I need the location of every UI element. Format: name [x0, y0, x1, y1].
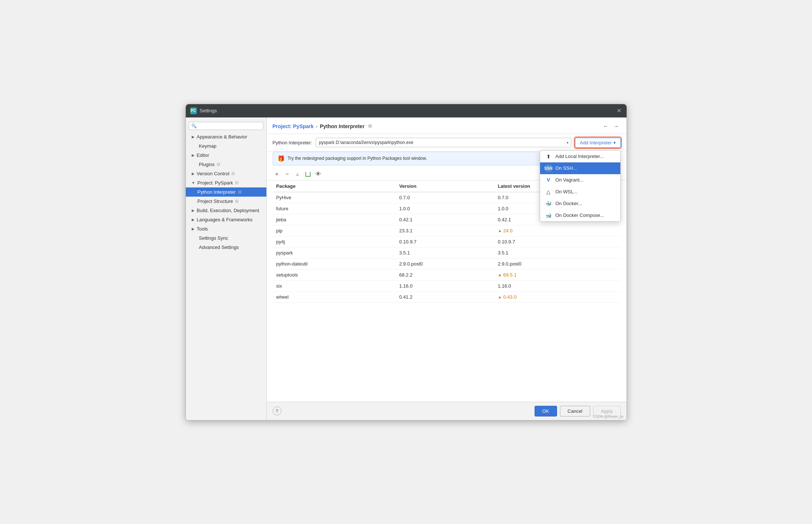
- dropdown-item-on-wsl[interactable]: △ On WSL...: [540, 186, 620, 198]
- upgrade-arrow-icon: ▲: [498, 272, 502, 277]
- dropdown-item-on-docker-compose[interactable]: 🐋 On Docker Compose...: [540, 210, 620, 221]
- ok-button[interactable]: OK: [535, 406, 557, 416]
- expand-arrow-icon: ▶: [192, 135, 195, 139]
- package-version: 23.3.1: [396, 225, 494, 236]
- cancel-button[interactable]: Cancel: [560, 406, 590, 416]
- expand-arrow-icon: ▶: [192, 227, 195, 231]
- table-row[interactable]: setuptools68.2.2▲ 69.5.1: [273, 269, 621, 280]
- docker-icon: 🐳: [545, 200, 552, 207]
- sidebar-item-plugins[interactable]: Plugins ⊟: [186, 160, 266, 169]
- interpreter-row: Python Interpreter: pyspark D:\anaconda3…: [267, 134, 627, 152]
- add-local-icon: ⬆: [545, 153, 552, 160]
- interpreter-select[interactable]: pyspark D:\anaconda3\envs\pyspark\python…: [316, 138, 571, 147]
- sidebar: 🔍 ▶ Appearance & Behavior Keymap ▶ Edito…: [186, 117, 267, 420]
- package-latest-version: ▲ 24.0: [494, 225, 621, 236]
- expand-arrow-icon: ▶: [192, 153, 195, 157]
- table-row[interactable]: py4j0.10.9.70.10.9.7: [273, 236, 621, 247]
- search-box[interactable]: 🔍: [189, 122, 263, 130]
- structure-icon: ⊟: [235, 199, 238, 204]
- sidebar-item-label: Project: PySpark: [197, 180, 233, 186]
- title-bar: PC Settings ✕: [186, 104, 627, 117]
- package-version: 0.10.9.7: [396, 236, 494, 247]
- help-button[interactable]: ?: [273, 407, 281, 415]
- package-version: 2.9.0.post0: [396, 258, 494, 269]
- package-name: pip: [273, 225, 396, 236]
- dropdown-item-add-local[interactable]: ⬆ Add Local Interpreter...: [540, 151, 620, 162]
- package-name: py4j: [273, 236, 396, 247]
- sidebar-item-project-structure[interactable]: Project Structure ⊟: [186, 197, 266, 206]
- move-up-button: ▲: [293, 170, 302, 179]
- add-interpreter-button[interactable]: Add Interpreter ▾: [575, 138, 621, 148]
- breadcrumb-project[interactable]: Project: PySpark: [273, 123, 314, 129]
- search-icon: 🔍: [191, 123, 197, 129]
- package-version: 0.41.2: [396, 291, 494, 302]
- search-input[interactable]: [198, 123, 261, 129]
- breadcrumb-icon: ⊟: [368, 124, 372, 129]
- sidebar-item-settings-sync[interactable]: Settings Sync: [186, 233, 266, 243]
- dropdown-item-on-docker[interactable]: 🐳 On Docker...: [540, 198, 620, 210]
- nav-forward-button[interactable]: →: [612, 122, 621, 131]
- eye-button[interactable]: 👁: [314, 170, 323, 179]
- sidebar-item-label: Keymap: [199, 143, 217, 149]
- main-content: 🔍 ▶ Appearance & Behavior Keymap ▶ Edito…: [186, 117, 627, 420]
- breadcrumb-separator: ›: [316, 123, 318, 129]
- dropdown-item-label: On Vagrant...: [556, 177, 584, 183]
- table-row[interactable]: python-dateutil2.9.0.post02.9.0.post0: [273, 258, 621, 269]
- package-name: six: [273, 280, 396, 291]
- dropdown-item-label: On Docker Compose...: [556, 212, 604, 218]
- package-version: 68.2.2: [396, 269, 494, 280]
- nav-back-button[interactable]: ←: [602, 122, 610, 131]
- add-package-button[interactable]: +: [273, 170, 281, 179]
- expand-arrow-icon: ▶: [192, 208, 195, 212]
- col-header-package: Package: [273, 180, 396, 192]
- title-bar-left: PC Settings: [190, 108, 217, 114]
- upgrade-indicator: ▲ 24.0: [498, 228, 617, 233]
- sidebar-item-label: Appearance & Behavior: [197, 134, 247, 140]
- sidebar-item-project-pyspark[interactable]: ▼ Project: PySpark ⊟: [186, 178, 266, 187]
- vagrant-icon: V: [545, 177, 552, 183]
- app-icon: PC: [190, 108, 197, 114]
- sidebar-item-version-control[interactable]: ▶ Version Control ⊟: [186, 169, 266, 178]
- sidebar-item-editor[interactable]: ▶ Editor: [186, 151, 266, 160]
- upgrade-arrow-icon: ▲: [498, 295, 502, 299]
- sidebar-item-advanced-settings[interactable]: Advanced Settings: [186, 243, 266, 252]
- package-name: jieba: [273, 214, 396, 225]
- table-row[interactable]: six1.16.01.16.0: [273, 280, 621, 291]
- refresh-spinner-icon: [305, 172, 311, 177]
- add-interpreter-arrow-icon: ▾: [613, 140, 616, 145]
- sidebar-item-languages[interactable]: ▶ Languages & Frameworks: [186, 215, 266, 224]
- package-name: future: [273, 203, 396, 214]
- sidebar-item-label: Project Structure: [198, 198, 233, 204]
- sidebar-item-python-interpreter[interactable]: Python Interpreter ⊟: [186, 187, 266, 197]
- refresh-button[interactable]: [304, 170, 312, 179]
- add-interpreter-dropdown: ⬆ Add Local Interpreter... SSH On SSH...…: [540, 150, 621, 222]
- interpreter-icon: ⊟: [238, 190, 241, 194]
- package-latest-version: 0.10.9.7: [494, 236, 621, 247]
- sidebar-item-appearance[interactable]: ▶ Appearance & Behavior: [186, 132, 266, 141]
- package-latest-version: ▲ 69.5.1: [494, 269, 621, 280]
- sidebar-item-tools[interactable]: ▶ Tools: [186, 224, 266, 233]
- package-version: 1.16.0: [396, 280, 494, 291]
- content-header: Project: PySpark › Python Interpreter ⊟ …: [267, 117, 627, 134]
- sidebar-item-label: Plugins: [199, 162, 215, 167]
- remove-package-button[interactable]: −: [283, 170, 292, 179]
- dropdown-item-on-ssh[interactable]: SSH On SSH...: [540, 162, 620, 174]
- package-name: setuptools: [273, 269, 396, 280]
- table-row[interactable]: pip23.3.1▲ 24.0: [273, 225, 621, 236]
- footer: ? OK Cancel Apply: [267, 402, 627, 420]
- upgrade-indicator: ▲ 0.43.0: [498, 294, 617, 300]
- project-icon: ⊟: [235, 180, 238, 185]
- package-name: wheel: [273, 291, 396, 302]
- dropdown-item-on-vagrant[interactable]: V On Vagrant...: [540, 174, 620, 186]
- expand-arrow-icon: ▶: [192, 218, 195, 222]
- table-row[interactable]: pyspark3.5.13.5.1: [273, 247, 621, 258]
- package-version: 0.42.1: [396, 214, 494, 225]
- upgrade-indicator: ▲ 69.5.1: [498, 272, 617, 278]
- sidebar-item-build-execution[interactable]: ▶ Build, Execution, Deployment: [186, 206, 266, 215]
- close-button[interactable]: ✕: [616, 108, 622, 114]
- sidebar-item-keymap[interactable]: Keymap: [186, 141, 266, 151]
- interpreter-label: Python Interpreter:: [273, 140, 312, 145]
- table-row[interactable]: wheel0.41.2▲ 0.43.0: [273, 291, 621, 302]
- vc-icon: ⊟: [231, 171, 235, 176]
- package-version: 1.0.0: [396, 203, 494, 214]
